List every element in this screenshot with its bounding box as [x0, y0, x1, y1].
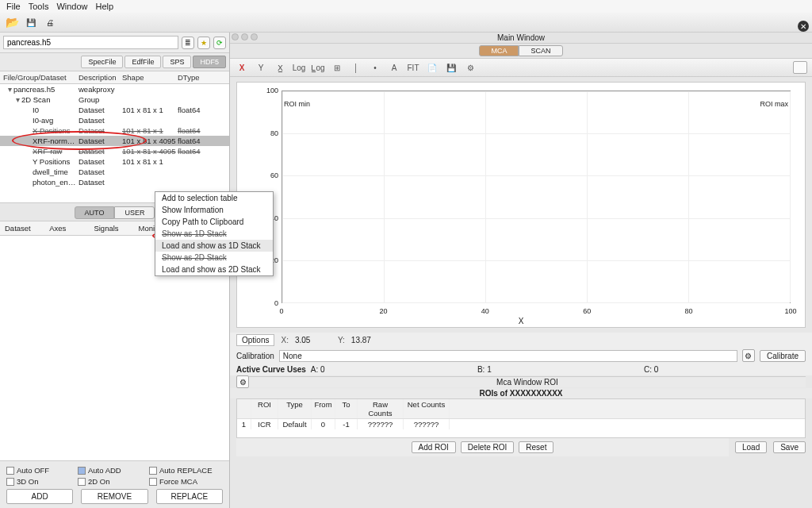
- tree-row[interactable]: XRF-normalizedDataset101 x 81 x 4095floa…: [0, 136, 229, 146]
- tree-row[interactable]: dwell_timeDataset: [0, 167, 229, 177]
- menu-file[interactable]: File: [6, 2, 21, 11]
- calibrate-button[interactable]: Calibrate: [760, 350, 806, 362]
- xtick: 20: [379, 307, 387, 315]
- tree-row[interactable]: ▾pancreas.h5weakproxy: [0, 84, 229, 94]
- col-shape: Shape: [122, 73, 178, 82]
- remove-button[interactable]: REMOVE: [81, 489, 147, 504]
- mca-scan-tabs: MCA SCAN: [230, 44, 812, 58]
- a-button[interactable]: A: [387, 61, 401, 74]
- print-icon[interactable]: 🖨: [43, 15, 57, 29]
- tab-hdf5[interactable]: HDF5: [193, 56, 226, 68]
- checkbox-3d-on[interactable]: 3D On: [6, 477, 63, 486]
- save-icon[interactable]: 💾: [24, 15, 38, 29]
- add-roi-button[interactable]: Add ROI: [412, 441, 456, 453]
- tree-body[interactable]: ▾pancreas.h5weakproxy▾2D ScanGroupI0Data…: [0, 84, 229, 203]
- roi-cell[interactable]: -1: [335, 419, 358, 429]
- tab-specfile[interactable]: SpecFile: [81, 56, 123, 68]
- tab-sps[interactable]: SPS: [163, 56, 191, 68]
- ctx-item[interactable]: Show Information: [155, 204, 273, 216]
- print-icon[interactable]: [793, 61, 807, 74]
- tree-row[interactable]: photon_energyDataset: [0, 177, 229, 187]
- ytick: 60: [259, 171, 278, 179]
- plot-area[interactable]: Counts X ROI min ROI max 020406080100020…: [236, 82, 806, 328]
- active-curve-label: Active Curve Uses: [236, 365, 306, 374]
- menu-tools[interactable]: Tools: [29, 2, 49, 11]
- tab-auto[interactable]: AUTO: [75, 206, 115, 219]
- xtick: 40: [481, 307, 489, 315]
- layers-icon[interactable]: ≣: [182, 37, 194, 49]
- tab-mca[interactable]: MCA: [479, 45, 519, 56]
- col-desc: Description: [79, 73, 122, 82]
- fit-button[interactable]: FIT: [406, 61, 420, 74]
- grid-icon[interactable]: ⊞: [330, 61, 344, 74]
- line-icon[interactable]: │: [349, 61, 363, 74]
- replace-button[interactable]: REPLACE: [156, 489, 223, 504]
- calibration-gear-icon[interactable]: ⚙: [742, 349, 755, 362]
- tree-row[interactable]: XRF-rawDataset101 x 81 x 4095float64: [0, 146, 229, 156]
- checkbox-auto-add[interactable]: Auto ADD: [78, 466, 135, 475]
- load-button[interactable]: Load: [735, 441, 767, 453]
- l̲og-button[interactable]: L̲og: [311, 61, 325, 74]
- roi-cell[interactable]: Default: [278, 419, 312, 429]
- refresh-icon[interactable]: ⟳: [213, 37, 226, 49]
- gear-icon[interactable]: ⚙: [463, 61, 477, 74]
- filename-input[interactable]: [3, 36, 178, 49]
- xtick: 0: [279, 307, 283, 315]
- x̲-button[interactable]: X̲: [273, 61, 287, 74]
- context-menu[interactable]: Add to selection tableShow InformationCo…: [155, 191, 274, 276]
- checkbox-2d-on[interactable]: 2D On: [78, 477, 135, 486]
- log-button[interactable]: Log: [292, 61, 306, 74]
- tree-row[interactable]: X PositionsDataset101 x 81 x 1float64: [0, 125, 229, 136]
- delete-roi-button[interactable]: Delete ROI: [461, 441, 514, 453]
- reset-roi-button[interactable]: Reset: [519, 441, 553, 453]
- options-button[interactable]: Options: [236, 334, 274, 346]
- menu-help[interactable]: Help: [96, 2, 114, 11]
- tree-row[interactable]: Y PositionsDataset101 x 81 x 1: [0, 156, 229, 167]
- dot-icon[interactable]: •: [368, 61, 382, 74]
- roi-cell[interactable]: ICR: [251, 419, 278, 429]
- star-icon[interactable]: ★: [197, 37, 210, 49]
- tree-row[interactable]: I0Dataset101 x 81 x 1float64: [0, 105, 229, 115]
- folder-open-icon[interactable]: 📂: [5, 15, 19, 29]
- calibration-select[interactable]: None: [279, 350, 737, 362]
- menu-bar: File Tools Window Help: [0, 0, 812, 13]
- add-button[interactable]: ADD: [6, 489, 73, 504]
- ctx-item[interactable]: Show as 1D Stack: [155, 228, 273, 240]
- y-button[interactable]: Y: [254, 61, 268, 74]
- tree-row[interactable]: I0-avgDataset: [0, 115, 229, 125]
- roi-cell[interactable]: ??????: [358, 419, 404, 429]
- plot-inner[interactable]: ROI min ROI max: [282, 90, 791, 303]
- save-button[interactable]: Save: [773, 441, 806, 453]
- ytick: 100: [259, 87, 278, 94]
- checkbox-force-mca[interactable]: Force MCA: [149, 477, 206, 486]
- doc-icon[interactable]: 📄: [425, 61, 439, 74]
- roi-col: To: [335, 399, 358, 418]
- ctx-item[interactable]: Show as 2D Stack: [155, 252, 273, 264]
- tab-scan[interactable]: SCAN: [519, 45, 562, 56]
- roi-table[interactable]: ROITypeFromToRaw CountsNet Counts 1ICRDe…: [236, 398, 806, 438]
- tab-edffile[interactable]: EdfFile: [124, 56, 161, 68]
- mh-dataset: Dataset: [5, 224, 46, 233]
- roi-cell[interactable]: ??????: [404, 419, 450, 429]
- main-window-pane: Main Window MCA SCAN XYX̲LogL̲og⊞│•AFIT📄…: [230, 33, 812, 508]
- checkbox-auto-off[interactable]: Auto OFF: [6, 466, 63, 475]
- calibration-row: Calibration None ⚙ Calibrate: [230, 348, 812, 364]
- checkbox-auto-replace[interactable]: Auto REPLACE: [149, 466, 213, 475]
- x-button[interactable]: X: [235, 61, 249, 74]
- ctx-item[interactable]: Copy Path to Clipboard: [155, 216, 273, 228]
- ctx-item[interactable]: Add to selection table: [155, 192, 273, 204]
- menu-window[interactable]: Window: [56, 2, 87, 11]
- roi-gear-icon[interactable]: ⚙: [236, 375, 249, 388]
- ctx-item[interactable]: Load and show as 1D Stack: [155, 240, 273, 252]
- roi-cell[interactable]: 0: [312, 419, 335, 429]
- plot-toolbar: XYX̲LogL̲og⊞│•AFIT📄💾⚙: [230, 58, 812, 77]
- roi-cell[interactable]: 1: [237, 419, 251, 429]
- filetype-tabs: SpecFile EdfFile SPS HDF5: [0, 53, 229, 71]
- tab-user[interactable]: USER: [114, 206, 155, 219]
- window-controls[interactable]: [232, 33, 258, 40]
- tree-row[interactable]: ▾2D ScanGroup: [0, 94, 229, 105]
- ctx-item[interactable]: Load and show as 2D Stack: [155, 264, 273, 275]
- close-icon[interactable]: ✕: [798, 21, 809, 32]
- ac-b: B: 1: [477, 365, 639, 374]
- save-icon[interactable]: 💾: [444, 61, 458, 74]
